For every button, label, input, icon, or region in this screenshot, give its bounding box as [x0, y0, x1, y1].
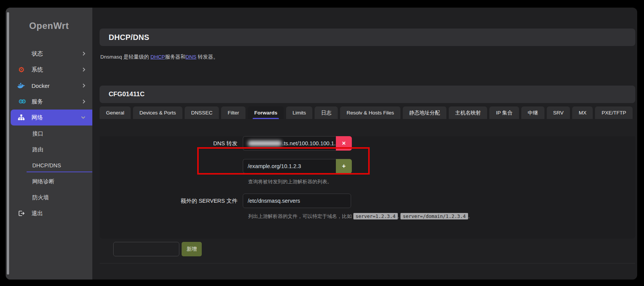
tab-ip-sets[interactable]: IP 集合	[489, 106, 519, 119]
openwrt-logo: OpenWrt	[6, 21, 92, 31]
code-example-1: server=1.2.3.4	[353, 213, 398, 219]
sidebar-subitem-firewall[interactable]: 防火墙	[6, 189, 92, 205]
chevron-right-icon	[82, 67, 85, 72]
add-section-row: 新增	[113, 242, 635, 256]
dns-forward-value: .ts.net/100.100.100.1...	[282, 140, 336, 146]
help-text: 列出上游解析器的文件，可以特定于域名，比如	[248, 213, 353, 219]
dns-forward-new-input-group: /example.org/10.1.2.3 +	[243, 159, 352, 173]
dns-forward-new-input[interactable]: /example.org/10.1.2.3	[243, 159, 336, 173]
description-text: 转发器。	[196, 54, 218, 60]
sidebar-item-logout[interactable]: 退出	[6, 205, 92, 221]
sidebar-item-label: 服务	[32, 98, 43, 105]
dns-forward-input-group: .ts.net/100.100.100.1... ×	[243, 136, 352, 151]
code-example-2: server=/domain/1.2.3.4	[400, 213, 468, 219]
section-bottom-divider	[100, 263, 635, 264]
page-description: Dnsmasq 是轻量级的 DHCP服务器和DNS 转发器。	[100, 54, 635, 60]
sidebar-item-status[interactable]: 状态	[6, 46, 92, 62]
sidebar-item-network[interactable]: 网络	[11, 110, 92, 126]
dns-forward-help: 查询将被转发到的上游解析器的列表。	[248, 178, 635, 185]
dns-forward-add-row: /example.org/10.1.2.3 +	[100, 159, 635, 173]
tab-srv[interactable]: SRV	[547, 106, 570, 119]
redacted-value-blur	[248, 141, 282, 146]
add-entry-button[interactable]: +	[336, 159, 352, 173]
new-section-name-input[interactable]	[113, 242, 179, 256]
sidebar-subitem-dhcp-dns[interactable]: DHCP/DNS	[6, 157, 92, 173]
logout-icon	[17, 210, 25, 217]
sidebar-item-label: 状态	[32, 50, 43, 57]
network-sitemap-icon	[17, 114, 25, 121]
description-text: Dnsmasq 是轻量级的	[100, 54, 150, 60]
description-text: 服务器和	[165, 54, 185, 60]
page-title: DHCP/DNS	[100, 29, 635, 46]
tab-bar: General Devices & Ports DNSSEC Filter Fo…	[100, 106, 635, 119]
dns-forward-label: DNS 转发	[100, 140, 243, 147]
tab-hostnames[interactable]: 主机名映射	[449, 106, 487, 119]
sidebar-subitem-diagnostics[interactable]: 网络诊断	[6, 173, 92, 189]
section-title: CFG01411C	[100, 86, 635, 103]
dns-link[interactable]: DNS	[185, 54, 196, 60]
dns-forward-input[interactable]: .ts.net/100.100.100.1...	[243, 136, 336, 151]
app-window: OpenWrt 状态 ⚙ 系统	[6, 8, 637, 280]
sidebar-item-label: 退出	[32, 210, 43, 217]
servers-file-help: 列出上游解析器的文件，可以特定于域名，比如 server=1.2.3.4, se…	[248, 213, 635, 220]
chevron-right-icon	[82, 99, 85, 104]
sidebar-item-system[interactable]: ⚙ 系统	[6, 62, 92, 78]
sidebar: OpenWrt 状态 ⚙ 系统	[6, 8, 92, 280]
tab-log[interactable]: 日志	[315, 106, 338, 119]
dns-forward-new-value: /example.org/10.1.2.3	[248, 163, 301, 169]
sidebar-item-docker[interactable]: Docker	[6, 78, 92, 94]
tab-relay[interactable]: 中继	[521, 106, 544, 119]
left-scrollbar[interactable]	[7, 12, 9, 275]
docker-whale-icon	[17, 82, 25, 89]
main-content: DHCP/DNS Dnsmasq 是轻量级的 DHCP服务器和DNS 转发器。 …	[92, 8, 637, 280]
system-gear-icon: ⚙	[17, 66, 25, 73]
tab-mx[interactable]: MX	[572, 106, 593, 119]
sidebar-item-label: 系统	[32, 66, 43, 73]
sidebar-subitem-interfaces[interactable]: 接口	[6, 126, 92, 141]
tab-devices-ports[interactable]: Devices & Ports	[133, 106, 182, 119]
dns-forward-row: DNS 转发 .ts.net/100.100.100.1... ×	[100, 136, 635, 151]
chevron-right-icon	[82, 83, 85, 88]
tab-pxe-tftp[interactable]: PXE/TFTP	[595, 106, 633, 119]
tab-forwards[interactable]: Forwards	[248, 106, 284, 119]
help-text: 。	[468, 213, 473, 219]
chevron-down-icon	[81, 116, 85, 119]
forwards-panel: DNS 转发 .ts.net/100.100.100.1... × /examp…	[100, 136, 635, 239]
sidebar-item-services[interactable]: ⚙⚙ 服务	[6, 94, 92, 110]
tab-limits[interactable]: Limits	[286, 106, 312, 119]
tab-filter[interactable]: Filter	[221, 106, 245, 119]
servers-file-input[interactable]: /etc/dnsmasq.servers	[243, 194, 351, 208]
servers-file-label: 额外的 SERVERS 文件	[100, 197, 243, 205]
sidebar-item-label: 网络	[32, 114, 43, 121]
services-gears-icon: ⚙⚙	[17, 98, 25, 105]
status-grid-icon	[17, 50, 25, 57]
tab-general[interactable]: General	[100, 106, 131, 119]
tab-dnssec[interactable]: DNSSEC	[185, 106, 219, 119]
dhcp-link[interactable]: DHCP	[150, 54, 165, 60]
sidebar-subitem-routes[interactable]: 路由	[6, 141, 92, 157]
add-section-button[interactable]: 新增	[182, 242, 202, 256]
servers-file-value: /etc/dnsmasq.servers	[248, 198, 300, 204]
tab-resolv-hosts[interactable]: Resolv & Hosts Files	[340, 106, 400, 119]
tab-static-leases[interactable]: 静态地址分配	[403, 106, 446, 119]
remove-entry-button[interactable]: ×	[336, 136, 352, 151]
chevron-right-icon	[82, 51, 85, 56]
sidebar-item-label: Docker	[32, 83, 50, 89]
servers-file-row: 额外的 SERVERS 文件 /etc/dnsmasq.servers	[100, 194, 635, 208]
